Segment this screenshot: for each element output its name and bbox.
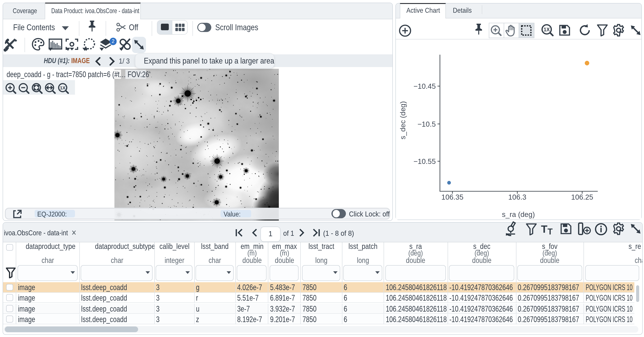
svg-text:s_ra (deg): s_ra (deg) [502,210,535,218]
svg-text:106.25: 106.25 [571,193,593,201]
svg-text:−10.5: −10.5 [418,120,436,128]
svg-text:−10.55: −10.55 [414,157,436,165]
svg-text:−10.45: −10.45 [414,82,436,90]
svg-text:106.3: 106.3 [508,193,526,201]
svg-text:1X: 1X [544,27,550,32]
svg-text:T: T [548,227,552,235]
svg-text:s_dec (deg): s_dec (deg) [399,101,407,139]
svg-text:1X: 1X [60,85,66,90]
svg-text:106.35: 106.35 [442,193,464,201]
svg-text:T: T [541,224,547,235]
